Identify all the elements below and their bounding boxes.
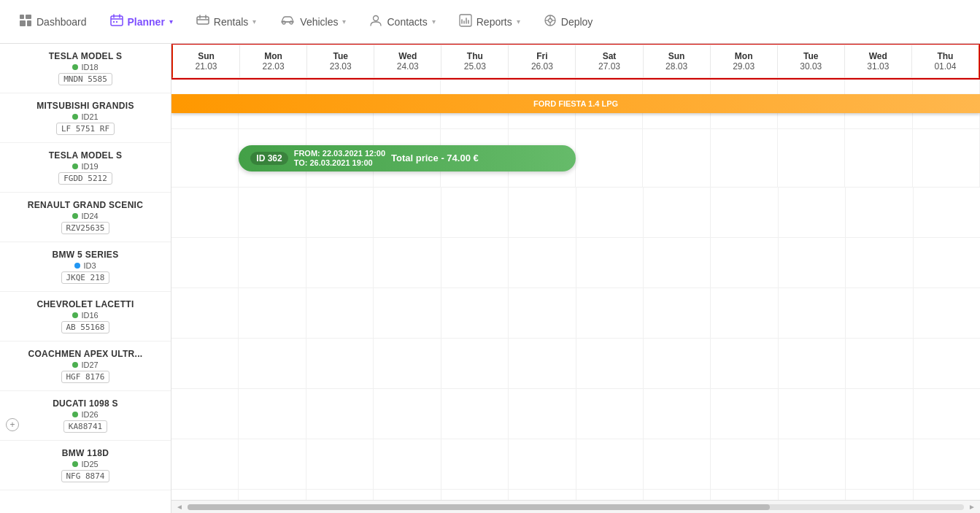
cal-cell[interactable]	[171, 129, 239, 187]
vehicle-row[interactable]: + DUCATI 1098 S ID26 KA88741	[0, 391, 171, 441]
cal-cell[interactable]	[914, 389, 980, 439]
cal-cell[interactable]	[306, 389, 374, 439]
cal-cell[interactable]	[239, 288, 306, 338]
cal-cell[interactable]	[374, 288, 441, 338]
cal-cell[interactable]	[239, 188, 306, 237]
cal-cell[interactable]	[306, 288, 374, 338]
cal-cell[interactable]	[441, 238, 509, 288]
cal-cell[interactable]	[239, 339, 306, 388]
cal-cell[interactable]	[711, 439, 778, 489]
cal-cell[interactable]	[779, 188, 846, 237]
cal-cell[interactable]	[914, 288, 980, 338]
cal-cell[interactable]	[576, 339, 644, 388]
cal-cell[interactable]	[778, 129, 845, 187]
cal-cell[interactable]	[914, 188, 980, 237]
cal-cell[interactable]	[509, 288, 576, 338]
cal-cell[interactable]	[171, 490, 239, 500]
cal-cell[interactable]	[779, 339, 846, 388]
cal-cell[interactable]	[239, 490, 306, 500]
cal-cell[interactable]	[779, 238, 846, 288]
vehicle-row[interactable]: TESLA Model S ID18 MNDN 5585	[0, 44, 171, 93]
vehicle-row[interactable]: RENAULT GRAND SCENIC ID24 RZV25635	[0, 193, 171, 242]
cal-cell[interactable]	[576, 238, 644, 288]
cal-cell[interactable]	[171, 238, 239, 288]
add-vehicle-button[interactable]: +	[6, 418, 19, 431]
cal-cell[interactable]	[846, 490, 913, 500]
cal-cell[interactable]	[711, 238, 778, 288]
vehicle-row[interactable]: CHEVROLET LACETTI ID16 AB 55168	[0, 292, 171, 342]
cal-cell[interactable]	[914, 238, 980, 288]
cal-cell[interactable]	[779, 389, 846, 439]
cal-cell[interactable]	[914, 439, 980, 489]
cal-cell[interactable]	[576, 288, 644, 338]
cal-cell[interactable]	[306, 490, 374, 500]
cal-cell[interactable]	[374, 238, 441, 288]
cal-cell[interactable]	[644, 389, 711, 439]
scroll-track[interactable]	[188, 504, 964, 510]
cal-cell[interactable]	[374, 188, 441, 237]
nav-planner[interactable]: Planner ▾	[99, 8, 185, 35]
nav-dashboard[interactable]: Dashboard	[7, 8, 99, 35]
cal-cell[interactable]	[374, 339, 441, 388]
cal-cell[interactable]	[644, 490, 711, 500]
cal-cell[interactable]	[846, 389, 913, 439]
cal-cell[interactable]	[644, 188, 711, 237]
cal-cell[interactable]	[643, 129, 710, 187]
cal-cell[interactable]	[171, 339, 239, 388]
booking-bar-green[interactable]: ID 362 FROM: 22.03.2021 12:00 TO: 26.03.…	[239, 145, 576, 171]
cal-cell[interactable]	[711, 389, 778, 439]
scroll-right-arrow[interactable]: ►	[967, 503, 977, 511]
cal-cell[interactable]	[914, 490, 980, 500]
nav-vehicles[interactable]: Vehicles ▾	[268, 9, 358, 34]
cal-cell[interactable]	[576, 129, 643, 187]
cal-cell[interactable]	[711, 288, 778, 338]
cal-cell[interactable]	[441, 490, 509, 500]
cal-cell[interactable]	[846, 188, 913, 237]
cal-cell[interactable]	[509, 490, 576, 500]
cal-cell[interactable]	[644, 288, 711, 338]
cal-cell[interactable]	[846, 288, 913, 338]
cal-cell[interactable]	[306, 439, 374, 489]
cal-cell[interactable]	[846, 439, 913, 489]
cal-cell[interactable]	[306, 238, 374, 288]
nav-contacts[interactable]: Contacts ▾	[358, 8, 447, 35]
cal-cell[interactable]	[509, 439, 576, 489]
cal-cell[interactable]	[441, 188, 509, 237]
cal-cell[interactable]	[644, 439, 711, 489]
vehicle-row[interactable]: MITSUBISHI GRANDIS ID21 LF 5751 RF	[0, 93, 171, 143]
cal-cell[interactable]	[576, 188, 644, 237]
cal-cell[interactable]	[441, 389, 509, 439]
cal-cell[interactable]	[509, 188, 576, 237]
nav-rentals[interactable]: Rentals ▾	[185, 8, 268, 35]
cal-cell[interactable]	[711, 129, 778, 187]
vehicle-row[interactable]: BMW 118D ID25 NFG 8874	[0, 441, 171, 490]
cal-cell[interactable]	[509, 339, 576, 388]
cal-cell[interactable]	[913, 129, 980, 187]
cal-cell[interactable]	[845, 129, 912, 187]
cal-cell[interactable]	[576, 439, 644, 489]
cal-cell[interactable]	[306, 339, 374, 388]
cal-cell[interactable]	[711, 188, 778, 237]
cal-cell[interactable]	[779, 439, 846, 489]
cal-cell[interactable]	[374, 490, 441, 500]
cal-cell[interactable]	[441, 339, 509, 388]
nav-deploy[interactable]: Deploy	[532, 8, 605, 35]
cal-cell[interactable]	[306, 188, 374, 237]
cal-cell[interactable]	[441, 439, 509, 489]
booking-bar-orange[interactable]: FORD FIESTA 1.4 LPG	[171, 94, 980, 113]
cal-cell[interactable]	[711, 339, 778, 388]
vehicle-row[interactable]: BMW 5 SERIES ID3 JKQE 218	[0, 242, 171, 292]
cal-cell[interactable]	[509, 238, 576, 288]
cal-cell[interactable]	[509, 389, 576, 439]
cal-cell[interactable]	[779, 288, 846, 338]
cal-cell[interactable]	[171, 188, 239, 237]
scroll-left-arrow[interactable]: ◄	[174, 503, 185, 511]
cal-cell[interactable]	[576, 389, 644, 439]
cal-cell[interactable]	[441, 288, 509, 338]
cal-cell[interactable]	[914, 339, 980, 388]
cal-cell[interactable]	[239, 238, 306, 288]
nav-reports[interactable]: Reports ▾	[447, 8, 532, 35]
cal-cell[interactable]	[576, 490, 644, 500]
cal-cell[interactable]	[374, 439, 441, 489]
scroll-thumb[interactable]	[188, 504, 770, 510]
